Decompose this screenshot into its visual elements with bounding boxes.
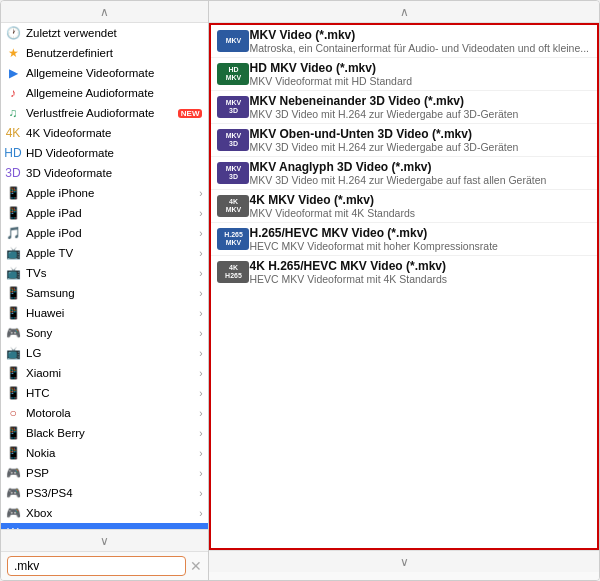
sidebar-item-label: Allgemeine Videoformate bbox=[26, 67, 202, 79]
right-scroll-up[interactable] bbox=[209, 1, 599, 23]
right-chevron-down-icon bbox=[400, 555, 409, 569]
sidebar-item-ipad[interactable]: 📱 Apple iPad › bbox=[1, 203, 208, 223]
icon-motorola: ○ bbox=[5, 405, 21, 421]
sidebar-item-lg[interactable]: 📺 LG › bbox=[1, 343, 208, 363]
search-clear-button[interactable]: ✕ bbox=[190, 558, 202, 574]
arrow-icon: › bbox=[199, 508, 202, 519]
left-scroll-up[interactable] bbox=[1, 1, 208, 23]
sidebar-item-label: Motorola bbox=[26, 407, 197, 419]
arrow-icon: › bbox=[199, 268, 202, 279]
sidebar-item-ipod[interactable]: 🎵 Apple iPod › bbox=[1, 223, 208, 243]
sidebar-item-label: Zuletzt verwendet bbox=[26, 27, 202, 39]
search-bar: ✕ bbox=[1, 551, 208, 580]
icon-3d: 3D bbox=[5, 165, 21, 181]
right-item-subtitle: Matroska, ein Containerformat für Audio-… bbox=[249, 42, 589, 54]
right-scroll-down[interactable] bbox=[209, 550, 599, 572]
arrow-icon: › bbox=[199, 348, 202, 359]
sidebar-item-ps34[interactable]: 🎮 PS3/PS4 › bbox=[1, 483, 208, 503]
right-list: MKV MKV Video (*.mkv) Matroska, ein Cont… bbox=[209, 23, 599, 550]
sidebar-item-htc[interactable]: 📱 HTC › bbox=[1, 383, 208, 403]
right-item-text: MKV Nebeneinander 3D Video (*.mkv) MKV 3… bbox=[249, 94, 589, 120]
sidebar-item-iphone[interactable]: 📱 Apple iPhone › bbox=[1, 183, 208, 203]
right-item-title: H.265/HEVC MKV Video (*.mkv) bbox=[249, 226, 589, 240]
sidebar-item-appletv[interactable]: 📺 Apple TV › bbox=[1, 243, 208, 263]
icon-ipod: 🎵 bbox=[5, 225, 21, 241]
left-list: 🕐 Zuletzt verwendet ★ Benutzerdefiniert … bbox=[1, 23, 208, 529]
sidebar-item-verlust[interactable]: ♫ Verlustfreie Audioformate NEW bbox=[1, 103, 208, 123]
right-list-item-hdmkv[interactable]: HDMKV HD MKV Video (*.mkv) MKV Videoform… bbox=[211, 58, 597, 91]
right-item-title: MKV Video (*.mkv) bbox=[249, 28, 589, 42]
icon-appletv: 📺 bbox=[5, 245, 21, 261]
sidebar-item-label: Black Berry bbox=[26, 427, 197, 439]
right-item-title: HD MKV Video (*.mkv) bbox=[249, 61, 589, 75]
sidebar-item-zuletzt[interactable]: 🕐 Zuletzt verwendet bbox=[1, 23, 208, 43]
sidebar-item-blackberry[interactable]: 📱 Black Berry › bbox=[1, 423, 208, 443]
sidebar-item-label: Apple iPhone bbox=[26, 187, 197, 199]
right-item-text: HD MKV Video (*.mkv) MKV Videoformat mit… bbox=[249, 61, 589, 87]
right-list-item-3dmkv[interactable]: MKV3D MKV Nebeneinander 3D Video (*.mkv)… bbox=[211, 91, 597, 124]
icon-ps: 🎮 bbox=[5, 485, 21, 501]
sidebar-item-psp[interactable]: 🎮 PSP › bbox=[1, 463, 208, 483]
right-item-title: MKV Oben-und-Unten 3D Video (*.mkv) bbox=[249, 127, 589, 141]
format-icon: MKV3D bbox=[217, 96, 249, 118]
icon-video: ▶ bbox=[5, 65, 21, 81]
sidebar-item-nokia[interactable]: 📱 Nokia › bbox=[1, 443, 208, 463]
right-list-item-anaglyph[interactable]: MKV3D MKV Anaglyph 3D Video (*.mkv) MKV … bbox=[211, 157, 597, 190]
sidebar-item-tvs[interactable]: 📺 TVs › bbox=[1, 263, 208, 283]
right-item-text: MKV Anaglyph 3D Video (*.mkv) MKV 3D Vid… bbox=[249, 160, 589, 186]
sidebar-item-huawei[interactable]: 📱 Huawei › bbox=[1, 303, 208, 323]
arrow-icon: › bbox=[199, 388, 202, 399]
arrow-icon: › bbox=[199, 408, 202, 419]
format-icon: HDMKV bbox=[217, 63, 249, 85]
left-panel: 🕐 Zuletzt verwendet ★ Benutzerdefiniert … bbox=[1, 1, 209, 580]
sidebar-item-allaudio[interactable]: ♪ Allgemeine Audioformate bbox=[1, 83, 208, 103]
right-list-item-h265mkv[interactable]: H.265MKV H.265/HEVC MKV Video (*.mkv) HE… bbox=[211, 223, 597, 256]
sidebar-item-label: Sony bbox=[26, 327, 197, 339]
sidebar-item-label: Allgemeine Audioformate bbox=[26, 87, 202, 99]
arrow-icon: › bbox=[199, 448, 202, 459]
arrow-icon: › bbox=[199, 228, 202, 239]
right-item-subtitle: MKV 3D Video mit H.264 zur Wiedergabe au… bbox=[249, 141, 589, 153]
sidebar-item-3dvideo[interactable]: 3D 3D Videoformate bbox=[1, 163, 208, 183]
format-icon: 4KMKV bbox=[217, 195, 249, 217]
right-item-subtitle: HEVC MKV Videoformat mit hoher Kompressi… bbox=[249, 240, 589, 252]
icon-iphone: 📱 bbox=[5, 185, 21, 201]
right-item-text: MKV Oben-und-Unten 3D Video (*.mkv) MKV … bbox=[249, 127, 589, 153]
icon-samsung: 📱 bbox=[5, 285, 21, 301]
sidebar-item-sony[interactable]: 🎮 Sony › bbox=[1, 323, 208, 343]
right-list-item-mkv[interactable]: MKV MKV Video (*.mkv) Matroska, ein Cont… bbox=[211, 25, 597, 58]
sidebar-item-samsung[interactable]: 📱 Samsung › bbox=[1, 283, 208, 303]
right-list-item-4kmkv[interactable]: 4KMKV 4K MKV Video (*.mkv) MKV Videoform… bbox=[211, 190, 597, 223]
sidebar-item-label: Verlustfreie Audioformate bbox=[26, 107, 174, 119]
sidebar-item-motorola[interactable]: ○ Motorola › bbox=[1, 403, 208, 423]
right-item-subtitle: HEVC MKV Videoformat mit 4K Standards bbox=[249, 273, 589, 285]
sidebar-item-label: Benutzerdefiniert bbox=[26, 47, 202, 59]
sidebar-item-benutzer[interactable]: ★ Benutzerdefiniert bbox=[1, 43, 208, 63]
left-scroll-down[interactable] bbox=[1, 529, 208, 551]
sidebar-item-allvideo[interactable]: ▶ Allgemeine Videoformate bbox=[1, 63, 208, 83]
panels: 🕐 Zuletzt verwendet ★ Benutzerdefiniert … bbox=[1, 1, 599, 580]
sidebar-item-xbox[interactable]: 🎮 Xbox › bbox=[1, 503, 208, 523]
sidebar-item-label: HD Videoformate bbox=[26, 147, 202, 159]
sidebar-item-4kvideo[interactable]: 4K 4K Videoformate bbox=[1, 123, 208, 143]
icon-lg: 📺 bbox=[5, 345, 21, 361]
right-list-item-h2654kmkv[interactable]: 4KH265 4K H.265/HEVC MKV Video (*.mkv) H… bbox=[211, 256, 597, 288]
sidebar-item-label: PS3/PS4 bbox=[26, 487, 197, 499]
right-item-title: 4K MKV Video (*.mkv) bbox=[249, 193, 589, 207]
arrow-icon: › bbox=[199, 208, 202, 219]
sidebar-item-xiaomi[interactable]: 📱 Xiaomi › bbox=[1, 363, 208, 383]
format-icon: MKV3D bbox=[217, 129, 249, 151]
arrow-icon: › bbox=[199, 428, 202, 439]
sidebar-item-label: LG bbox=[26, 347, 197, 359]
icon-4k: 4K bbox=[5, 125, 21, 141]
right-list-item-3dmkv2[interactable]: MKV3D MKV Oben-und-Unten 3D Video (*.mkv… bbox=[211, 124, 597, 157]
icon-ipad: 📱 bbox=[5, 205, 21, 221]
chevron-up-icon bbox=[100, 5, 109, 19]
sidebar-item-label: Xbox bbox=[26, 507, 197, 519]
format-icon: MKV bbox=[217, 30, 249, 52]
right-item-text: MKV Video (*.mkv) Matroska, ein Containe… bbox=[249, 28, 589, 54]
sidebar-item-hdvideo[interactable]: HD HD Videoformate bbox=[1, 143, 208, 163]
search-input[interactable] bbox=[7, 556, 186, 576]
sidebar-item-label: TVs bbox=[26, 267, 197, 279]
arrow-icon: › bbox=[199, 288, 202, 299]
